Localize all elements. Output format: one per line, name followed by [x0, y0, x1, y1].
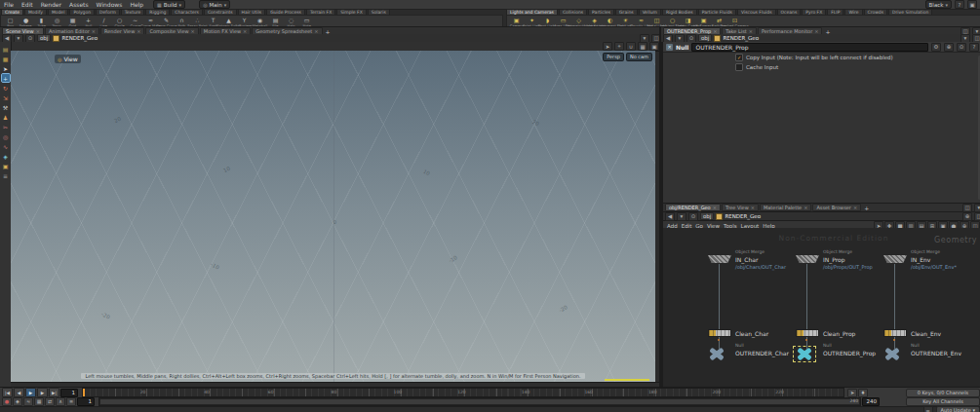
timeline-ruler[interactable]: 20406080100120140160180200220	[82, 388, 844, 397]
viewport-tool-icon[interactable]: ⚒	[2, 103, 10, 111]
breadcrumb-node[interactable]: RENDER_Geo	[725, 213, 761, 219]
camera-select-button[interactable]: No cam	[626, 53, 652, 61]
node-body[interactable]	[883, 255, 907, 263]
current-frame-field[interactable]: 1	[60, 389, 78, 397]
new-tab-button[interactable]: +	[862, 205, 871, 211]
playback-range-slider[interactable]: 240	[98, 397, 861, 406]
playbar-toggle-icon[interactable]: ∧	[56, 397, 65, 406]
pane-tab[interactable]: Asset Browser ×	[812, 204, 861, 211]
transport-button[interactable]: |◀	[2, 388, 13, 397]
pane-split-icon[interactable]: ◫	[962, 204, 972, 212]
pane-tab[interactable]: Material Palette ×	[760, 204, 811, 211]
back-icon[interactable]: ◀	[665, 212, 675, 221]
menu-item[interactable]: Render	[37, 1, 65, 8]
close-icon[interactable]: ×	[751, 205, 755, 210]
viewport-tool-icon[interactable]: ♟	[2, 113, 10, 121]
transport-button[interactable]: ▶	[37, 388, 48, 397]
range-bar[interactable]	[100, 399, 859, 404]
viewport-tool-icon[interactable]: ▦	[2, 55, 10, 62]
parameter-checkbox[interactable]: ✓	[735, 54, 743, 61]
viewport-toolbar-icon[interactable]: ▦	[638, 42, 647, 51]
breadcrumb-context[interactable]: obj	[700, 212, 714, 220]
pin-icon[interactable]: ⊙	[688, 212, 698, 221]
menu-item[interactable]: Assets	[65, 1, 93, 8]
network-node[interactable]: Clean_Env	[883, 329, 909, 343]
viewport-tool-icon[interactable]: ∿	[2, 142, 10, 150]
chevron-down-icon[interactable]: ▾	[677, 212, 686, 221]
network-node[interactable]: Clean_Char	[708, 329, 733, 343]
playbar-toggle-icon[interactable]: ●	[2, 397, 12, 406]
viewport-tool-icon[interactable]: ↻	[2, 84, 10, 92]
node-body[interactable]	[708, 255, 731, 263]
update-mode-selector[interactable]: Auto Update ▾	[936, 406, 980, 412]
playhead[interactable]	[83, 389, 85, 396]
range-start-field[interactable]: 1	[77, 397, 95, 406]
close-icon[interactable]: ×	[713, 205, 717, 210]
network-node[interactable]: Clean_Prop	[796, 329, 821, 343]
pane-tab[interactable]: Tree View ×	[722, 204, 759, 211]
viewport-toolbar-icon[interactable]: ∪	[626, 42, 636, 51]
viewport-tool-icon[interactable]: ◎	[2, 132, 10, 140]
close-icon[interactable]: ×	[853, 205, 857, 210]
keys-summary-button[interactable]: 0 Keys, 0/0 Channels	[906, 389, 980, 397]
viewport-tool-icon[interactable]: ◈	[2, 152, 10, 160]
pin-icon[interactable]: ⊙	[957, 43, 966, 52]
menu-item[interactable]: File	[0, 1, 18, 8]
viewport-tool-icon[interactable]: ⇲	[2, 94, 10, 101]
key-all-channels-button[interactable]: Key All Channels	[906, 397, 980, 406]
playbar-toggle-icon[interactable]: ≡	[66, 397, 76, 406]
close-icon[interactable]: ×	[804, 205, 807, 210]
desktop-layout-icon[interactable]: ▣	[967, 0, 977, 9]
viewport-canvas[interactable]: -20 -10 10 20 -20 -10 0 10 20 ◎ View Per	[11, 51, 655, 382]
help-icon[interactable]: ?	[955, 0, 964, 9]
desktop-selector[interactable]: ▦ Build ▾	[153, 0, 185, 9]
node-body[interactable]	[796, 255, 819, 263]
network-node[interactable]: Object Merge IN_Char /obj/Chars/OUT_Char	[708, 255, 733, 269]
network-node[interactable]: Null OUTRENDER_Prop	[796, 349, 821, 362]
viewport-toolbar-icon[interactable]: ⌖	[614, 42, 624, 51]
network-canvas[interactable]: Non-Commercial Edition Geometry Object M…	[663, 228, 980, 387]
viewport-toolbar-icon[interactable]: ▣	[649, 42, 659, 51]
viewport-tool-icon[interactable]: ▤	[2, 45, 10, 53]
playbar-icon[interactable]: ➤	[847, 389, 857, 397]
zoom-in-icon[interactable]: ⊕	[962, 212, 972, 221]
node-body[interactable]	[796, 349, 813, 359]
menu-item[interactable]: Edit	[18, 1, 37, 8]
pane-split-icon[interactable]: ◫	[974, 212, 980, 221]
node-body[interactable]	[883, 349, 901, 359]
viewport-toolbar-icon[interactable]: ➤	[603, 42, 612, 51]
playbar-toggle-icon[interactable]: ◈	[13, 397, 22, 406]
viewport-tool-icon[interactable]: ✂	[2, 123, 10, 131]
node-name-field[interactable]: OUTRENDER_Prop	[691, 43, 928, 52]
breadcrumb-node[interactable]: RENDER_Geo	[723, 35, 759, 41]
pane-tab[interactable]: obj/RENDER_Geo ×	[665, 204, 721, 211]
playbar-toggle-icon[interactable]: ≈	[23, 397, 33, 406]
node-body[interactable]	[883, 329, 907, 337]
node-body[interactable]	[708, 349, 725, 359]
parameter-checkbox[interactable]	[735, 63, 743, 71]
top-right-selector[interactable]: Black ▾	[925, 0, 952, 9]
playbar-toggle-icon[interactable]: ⇄	[45, 397, 55, 406]
transport-button[interactable]: ◀	[14, 388, 24, 397]
breadcrumb-context[interactable]: obj	[698, 34, 712, 42]
breadcrumb-context[interactable]: obj	[37, 34, 51, 42]
viewport-tool-icon[interactable]: +	[2, 74, 10, 82]
menu-item[interactable]: Help	[126, 1, 147, 8]
zoom-in-icon[interactable]: ⊕	[944, 43, 954, 52]
network-node[interactable]: Null OUTRENDER_Env	[883, 349, 909, 362]
network-node[interactable]: Object Merge IN_Env /obj/Env/OUT_Env*	[883, 255, 909, 269]
network-node[interactable]: Null OUTRENDER_Char	[708, 349, 733, 362]
node-body[interactable]	[708, 329, 731, 337]
take-selector[interactable]: ◎ Main ▾	[199, 0, 230, 9]
playbar-icon[interactable]: ♦	[858, 389, 868, 397]
playbar-toggle-icon[interactable]: ▦	[34, 397, 44, 406]
viewport-tool-icon[interactable]: ≡	[2, 171, 10, 179]
persp-button[interactable]: Persp	[603, 53, 624, 61]
gear-icon[interactable]: ⚙	[931, 43, 941, 52]
network-node[interactable]: Object Merge IN_Prop /obj/Props/OUT_Prop	[796, 255, 821, 269]
viewport-tool-icon[interactable]: ▣	[2, 162, 10, 169]
node-body[interactable]	[796, 329, 819, 337]
range-end-field[interactable]: 240	[862, 397, 880, 406]
breadcrumb-node[interactable]: RENDER_Geo	[61, 35, 98, 41]
transport-button[interactable]: ▶	[25, 388, 36, 397]
